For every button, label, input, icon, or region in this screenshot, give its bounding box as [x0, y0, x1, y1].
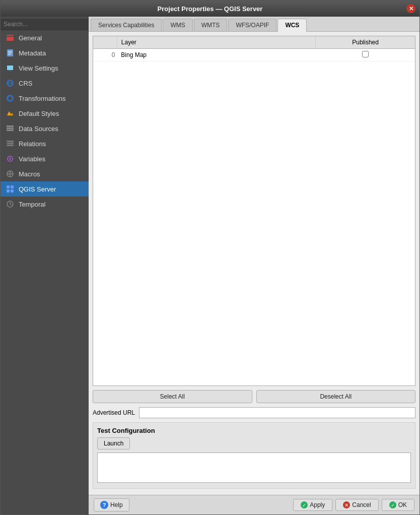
sidebar-item-label: Macros [19, 170, 40, 178]
right-panel: Services Capabilities WMS WMTS WFS/OAPIF… [89, 17, 419, 514]
sidebar-item-view-settings[interactable]: View Settings [1, 60, 89, 76]
help-label: Help [110, 501, 123, 508]
dialog-title: Project Properties — QGIS Server [158, 5, 263, 13]
macros-icon [6, 169, 15, 178]
published-checkbox[interactable] [362, 51, 369, 57]
general-icon [6, 33, 15, 42]
svg-rect-7 [7, 66, 13, 70]
advertised-url-label: Advertised URL [93, 409, 135, 416]
sidebar-item-label: Metadata [19, 49, 46, 57]
select-buttons-row: Select All Deselect All [93, 390, 415, 403]
ok-button[interactable]: ✓ OK [382, 499, 414, 511]
help-button[interactable]: ? Help [94, 498, 129, 511]
select-all-button[interactable]: Select All [93, 390, 252, 403]
action-buttons: ✓ Apply ✕ Cancel ✓ OK [293, 499, 414, 511]
bottom-bar: ? Help ✓ Apply ✕ Cancel ✓ OK [89, 495, 419, 514]
layer-table: Layer Published 0 Bing Map [93, 36, 415, 61]
deselect-all-button[interactable]: Deselect All [256, 390, 416, 403]
ok-label: OK [398, 501, 407, 508]
cancel-label: Cancel [352, 501, 371, 508]
tab-wcs[interactable]: WCS [277, 19, 307, 32]
cancel-button-bottom[interactable]: ✕ Cancel [335, 499, 378, 511]
apply-button[interactable]: ✓ Apply [293, 499, 332, 511]
tab-services-capabilities[interactable]: Services Capabilities [91, 19, 162, 31]
metadata-icon [6, 48, 15, 57]
sidebar-item-label: Default Styles [19, 110, 59, 117]
sidebar-item-label: Temporal [19, 201, 45, 208]
svg-rect-28 [7, 185, 10, 188]
svg-rect-1 [7, 37, 14, 41]
sidebar-item-label: View Settings [19, 65, 58, 72]
sidebar-item-transformations[interactable]: Transformations [1, 91, 89, 106]
layer-table-container[interactable]: Layer Published 0 Bing Map [93, 36, 415, 386]
sidebar-item-relations[interactable]: Relations [1, 136, 89, 151]
svg-point-23 [9, 173, 11, 175]
svg-line-34 [10, 204, 12, 205]
qgis-server-icon [6, 184, 15, 194]
svg-rect-14 [7, 127, 14, 129]
sidebar-item-qgis-server[interactable]: QGIS Server [1, 181, 89, 197]
ok-check-icon: ✓ [389, 501, 396, 508]
row-num: 0 [93, 49, 117, 61]
svg-rect-30 [7, 189, 10, 192]
advertised-url-row: Advertised URL [93, 407, 415, 418]
sidebar-item-variables[interactable]: Variables [1, 151, 89, 166]
svg-rect-8 [9, 71, 12, 72]
tab-wfs-oapif[interactable]: WFS/OAPIF [228, 19, 276, 31]
sidebar-item-label: General [19, 34, 42, 42]
advertised-url-input[interactable] [139, 407, 415, 418]
sidebar-item-label: QGIS Server [19, 185, 56, 193]
svg-point-21 [9, 158, 11, 160]
sidebar: General Metadata [1, 17, 89, 514]
title-bar: Project Properties — QGIS Server ✕ [1, 1, 419, 17]
test-config-section: Test Configuration Launch [93, 422, 415, 489]
published-cell [316, 49, 415, 61]
apply-label: Apply [310, 501, 325, 508]
crs-icon [6, 79, 15, 88]
wcs-tab-content: Layer Published 0 Bing Map [89, 32, 419, 495]
sidebar-item-label: Relations [19, 140, 46, 148]
test-config-title: Test Configuration [97, 427, 411, 434]
sidebar-item-label: CRS [19, 80, 32, 87]
sidebar-item-default-styles[interactable]: Default Styles [1, 106, 89, 121]
help-icon: ? [100, 501, 108, 509]
col-layer: Layer [117, 36, 315, 49]
sidebar-item-label: Variables [19, 155, 45, 163]
svg-rect-13 [7, 125, 14, 127]
sidebar-item-temporal[interactable]: Temporal [1, 197, 89, 212]
col-num [93, 36, 117, 49]
layer-name-cell: Bing Map [117, 49, 315, 61]
cancel-x-icon: ✕ [343, 501, 350, 508]
col-published: Published [316, 36, 415, 49]
main-content: General Metadata [1, 17, 419, 514]
svg-rect-15 [7, 130, 14, 131]
test-output-area[interactable] [97, 453, 411, 483]
sidebar-item-crs[interactable]: CRS [1, 76, 89, 91]
svg-rect-31 [11, 189, 14, 192]
view-settings-icon [6, 63, 15, 73]
tab-wmts[interactable]: WMTS [194, 19, 228, 31]
variables-icon [6, 154, 15, 163]
sidebar-item-label: Data Sources [19, 125, 58, 133]
relations-icon [6, 139, 15, 148]
sidebar-item-general[interactable]: General [1, 30, 89, 45]
dialog: Project Properties — QGIS Server ✕ Gener… [0, 0, 420, 515]
search-input[interactable] [1, 19, 89, 30]
launch-button[interactable]: Launch [97, 437, 130, 449]
sidebar-item-label: Transformations [19, 95, 65, 102]
tab-bar: Services Capabilities WMS WMTS WFS/OAPIF… [89, 17, 419, 32]
sidebar-item-metadata[interactable]: Metadata [1, 45, 89, 60]
temporal-icon [6, 200, 15, 209]
transformations-icon [6, 94, 15, 103]
svg-rect-29 [11, 185, 14, 188]
close-button[interactable]: ✕ [406, 4, 415, 13]
default-styles-icon [6, 109, 15, 118]
sidebar-item-data-sources[interactable]: Data Sources [1, 121, 89, 136]
sidebar-item-macros[interactable]: Macros [1, 166, 89, 181]
table-row: 0 Bing Map [93, 49, 415, 61]
apply-check-icon: ✓ [301, 501, 308, 508]
svg-rect-0 [7, 35, 14, 36]
data-sources-icon [6, 124, 15, 133]
tab-wms[interactable]: WMS [163, 19, 192, 31]
